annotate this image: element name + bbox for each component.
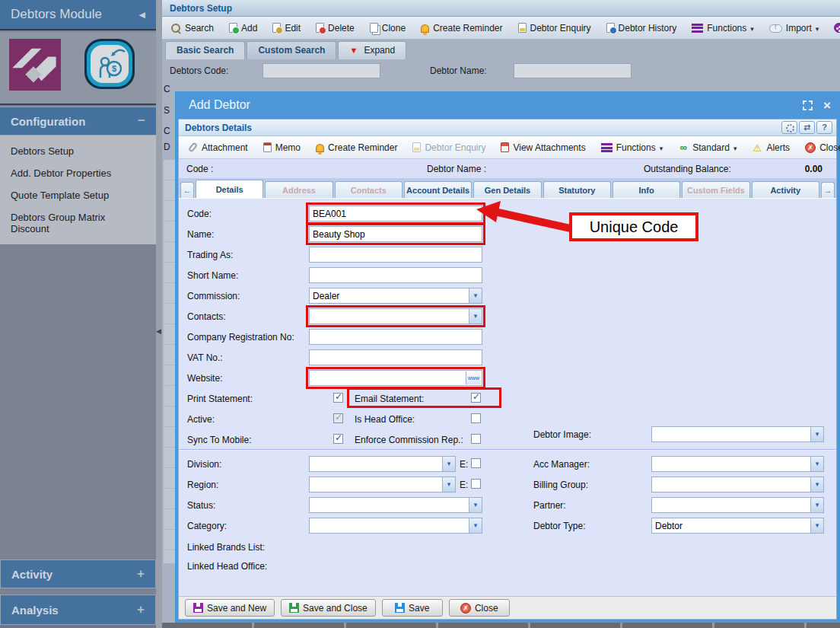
region-select[interactable] <box>309 477 456 493</box>
tab-details[interactable]: Details <box>196 180 263 198</box>
sidebar-item-debtors-group-matrix-discount[interactable]: Debtors Group Matrix Discount <box>0 206 156 240</box>
standard-button[interactable]: Standard <box>673 140 741 155</box>
division-e-checkbox[interactable] <box>471 458 481 468</box>
attachment-button[interactable]: Attachment <box>183 140 253 155</box>
active-checkbox[interactable] <box>333 413 343 423</box>
chevron-down-icon[interactable] <box>469 498 482 512</box>
tab-address[interactable]: Address <box>265 181 332 198</box>
alerts-button[interactable]: Alerts <box>747 140 794 155</box>
maximize-icon[interactable] <box>803 100 813 110</box>
name-field[interactable]: Beauty Shop <box>309 226 482 242</box>
chevron-down-icon[interactable] <box>810 457 823 471</box>
tab-gen-details[interactable]: Gen Details <box>473 181 541 198</box>
debtor-type-select[interactable]: Debtor <box>651 518 824 534</box>
category-select[interactable] <box>309 518 482 534</box>
tab-activity[interactable]: Activity <box>752 181 819 198</box>
expand-plus-icon[interactable]: + <box>137 566 145 582</box>
sync-to-mobile-checkbox[interactable] <box>333 434 343 444</box>
functions-button[interactable]: Functions <box>597 140 668 155</box>
tab-account-details[interactable]: Account Details <box>404 181 472 198</box>
contacts-select[interactable] <box>309 308 482 324</box>
debtor-enquiry-button[interactable]: Debtor Enquiry <box>514 21 596 36</box>
analysis-section-header[interactable]: Analysis + <box>0 595 156 625</box>
tab-scroll-right-icon[interactable]: → <box>821 182 835 198</box>
debtor-name-input[interactable] <box>514 63 632 78</box>
save-and-close-button[interactable]: Save and Close <box>281 599 376 617</box>
chevron-down-icon[interactable] <box>810 427 823 442</box>
delete-button[interactable]: Delete <box>311 21 359 36</box>
vat-no-field[interactable] <box>309 349 482 365</box>
tab-custom-fields[interactable]: Custom Fields <box>682 181 749 198</box>
tab-expand[interactable]: Expand <box>338 41 406 59</box>
debtor-enquiry-button[interactable]: Debtor Enquiry <box>408 140 490 155</box>
trading-as-field[interactable] <box>309 247 482 263</box>
form-row: Trading As: <box>187 247 830 265</box>
configuration-section-header[interactable]: Configuration − <box>0 107 156 135</box>
collapse-minus-icon[interactable]: − <box>138 113 145 129</box>
close-icon[interactable]: × <box>823 99 831 112</box>
email-statement-checkbox[interactable] <box>471 393 481 403</box>
clone-button[interactable]: Clone <box>365 21 410 36</box>
chevron-down-icon[interactable] <box>442 477 455 492</box>
functions-button[interactable]: Functions <box>687 21 759 36</box>
sidebar-item-debtors-setup[interactable]: Debtors Setup <box>0 140 156 162</box>
splitter-collapse-icon[interactable]: ◀ <box>156 327 161 335</box>
chevron-down-icon[interactable] <box>810 498 823 512</box>
website-field[interactable] <box>309 370 482 386</box>
view-attachments-button[interactable]: View Attachments <box>496 140 590 155</box>
pri-button[interactable]: Pri <box>829 21 840 36</box>
panel-splitter[interactable]: ◀ <box>156 0 162 628</box>
close-button[interactable]: Close <box>449 599 510 617</box>
edit-button[interactable]: Edit <box>268 21 305 36</box>
tab-statutory[interactable]: Statutory <box>543 181 611 198</box>
chevron-down-icon[interactable] <box>469 309 482 324</box>
tab-scroll-left-icon[interactable]: ← <box>180 182 194 198</box>
tab-info[interactable]: Info <box>612 181 680 198</box>
close-button[interactable]: Close <box>800 140 840 155</box>
print-statement-checkbox[interactable] <box>333 393 343 403</box>
status-select[interactable] <box>309 497 482 513</box>
chevron-down-icon[interactable] <box>469 518 482 533</box>
refresh-icon[interactable] <box>799 121 815 134</box>
settings-gear-icon[interactable] <box>781 121 797 134</box>
enforce-commission-rep-checkbox[interactable] <box>471 434 481 444</box>
sidebar-collapse-icon[interactable]: ◀ <box>139 10 145 20</box>
commission-select[interactable]: Dealer <box>309 288 482 304</box>
chevron-down-icon[interactable] <box>442 457 455 471</box>
activity-section-header[interactable]: Activity + <box>0 559 156 588</box>
tab-contacts[interactable]: Contacts <box>335 181 402 198</box>
partner-select[interactable] <box>651 497 824 513</box>
help-icon[interactable] <box>816 121 832 134</box>
chevron-down-icon[interactable] <box>810 477 823 492</box>
tab-custom-search[interactable]: Custom Search <box>247 41 336 59</box>
billing-group-select[interactable] <box>651 477 824 493</box>
debtors-code-input[interactable] <box>262 63 380 78</box>
is-head-office-checkbox[interactable] <box>471 413 481 423</box>
chevron-down-icon[interactable] <box>810 518 823 533</box>
chevron-down-icon[interactable] <box>469 288 482 303</box>
dialog-footer: Save and NewSave and CloseSaveClose <box>179 596 836 619</box>
debtor-image-select[interactable] <box>651 426 824 442</box>
search-button[interactable]: Search <box>167 21 218 36</box>
tab-basic-search[interactable]: Basic Search <box>165 41 245 59</box>
sidebar-header[interactable]: Debtors Module ◀ <box>0 0 156 30</box>
company-registration-no-field[interactable] <box>309 329 482 345</box>
dialog-titlebar[interactable]: Add Debtor × <box>175 91 840 119</box>
region-e-checkbox[interactable] <box>471 479 481 489</box>
acc-manager-select[interactable] <box>651 456 824 472</box>
import-button[interactable]: Import <box>765 21 824 36</box>
add-button[interactable]: Add <box>224 21 262 36</box>
create-reminder-button[interactable]: Create Reminder <box>311 140 402 155</box>
www-lookup-icon[interactable] <box>466 371 481 384</box>
save-and-new-button[interactable]: Save and New <box>185 599 275 617</box>
sidebar-item-quote-template-setup[interactable]: Quote Template Setup <box>0 184 156 206</box>
memo-button[interactable]: Memo <box>259 140 305 155</box>
division-select[interactable] <box>309 456 456 472</box>
code-field[interactable]: BEA001 <box>309 206 482 222</box>
save-button[interactable]: Save <box>382 599 443 617</box>
create-reminder-button[interactable]: Create Reminder <box>416 21 507 36</box>
short-name-field[interactable] <box>309 267 482 283</box>
expand-plus-icon[interactable]: + <box>137 602 145 617</box>
sidebar-item-add-debtor-properties[interactable]: Add. Debtor Properties <box>0 162 156 184</box>
debtor-history-button[interactable]: Debtor History <box>602 21 682 36</box>
